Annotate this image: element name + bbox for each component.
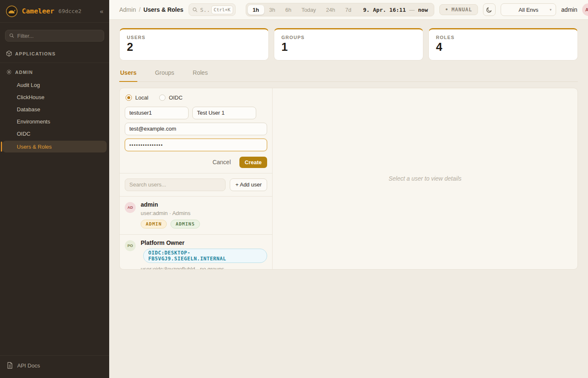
display-name-field[interactable] — [192, 107, 256, 119]
stats-row: USERS 2 GROUPS 1 ROLES 4 — [119, 28, 578, 60]
sidebar-item-users-roles[interactable]: Users & Roles — [3, 141, 107, 152]
time-to-value[interactable]: now — [415, 7, 432, 13]
stat-value: 1 — [281, 41, 416, 54]
breadcrumb-separator: / — [139, 6, 141, 13]
user-name: admin — [141, 201, 200, 208]
dark-mode-toggle[interactable] — [483, 3, 496, 16]
document-icon — [7, 362, 13, 369]
sidebar-filter-input[interactable] — [17, 33, 100, 39]
time-range-6h[interactable]: 6h — [280, 5, 296, 15]
sidebar-section-applications[interactable]: APPLICATIONS — [0, 47, 109, 60]
breadcrumb: Admin / Users & Roles — [119, 6, 184, 13]
stat-value: 4 — [436, 41, 570, 54]
stat-card-users: USERS 2 — [119, 28, 269, 60]
search-users-input[interactable] — [125, 178, 226, 191]
password-field[interactable] — [125, 139, 267, 151]
global-search-button[interactable]: S... Ctrl+K — [189, 3, 236, 16]
add-user-button[interactable]: + Add user — [230, 178, 267, 191]
form-actions: Cancel Create — [125, 157, 267, 168]
time-range-7d[interactable]: 7d — [340, 5, 356, 15]
email-field[interactable] — [125, 123, 267, 135]
search-icon — [192, 7, 198, 13]
stat-label: GROUPS — [281, 35, 416, 40]
sidebar: Cameleer 69dcce2 « APPLICATIONS ADMIN Au… — [0, 0, 109, 378]
radio-oidc[interactable]: OIDC — [159, 94, 183, 101]
environment-select-value: All Envs — [519, 7, 538, 13]
search-shortcut-kbd: Ctrl+K — [211, 5, 233, 14]
sidebar-item-audit-log[interactable]: Audit Log — [0, 79, 109, 91]
time-separator: — — [409, 7, 415, 13]
user-list-toolbar: + Add user — [120, 173, 272, 197]
topbar-right: • MANUAL All Envs ▾ admin AD — [439, 3, 588, 16]
breadcrumb-admin[interactable]: Admin — [119, 6, 136, 13]
sidebar-item-oidc[interactable]: OIDC — [0, 128, 109, 140]
badge-row: ADMIN ADMINS — [141, 220, 200, 228]
avatar: AD — [125, 202, 136, 213]
sidebar-section-admin[interactable]: ADMIN — [0, 65, 109, 79]
radio-unselected-icon[interactable] — [159, 94, 165, 101]
role-badge-admin: ADMIN — [141, 220, 167, 228]
main-area: Admin / Users & Roles S... Ctrl+K 1h 3h … — [109, 0, 588, 278]
time-range-3h[interactable]: 3h — [264, 5, 280, 15]
sidebar-divider — [0, 63, 109, 63]
email-row — [125, 123, 267, 135]
search-icon — [9, 33, 14, 38]
api-docs-label: API Docs — [17, 362, 40, 369]
user-row-platform-owner[interactable]: PO Platform Owner OIDC:DESKTOP-FB5VGJ9.S… — [120, 234, 272, 270]
group-badge-admins: ADMINS — [171, 220, 200, 228]
users-panel: Local OIDC — [119, 88, 578, 270]
radio-oidc-label: OIDC — [169, 94, 183, 101]
user-name: Platform Owner — [141, 239, 267, 246]
time-range-1h[interactable]: 1h — [248, 5, 264, 15]
api-docs-link[interactable]: API Docs — [0, 355, 109, 378]
status-dot: • — [445, 7, 449, 13]
user-row-admin[interactable]: AD admin user:admin · Admins ADMIN ADMIN… — [120, 197, 272, 234]
refresh-mode-label: MANUAL — [452, 7, 472, 13]
create-button[interactable]: Create — [239, 157, 267, 168]
time-range-selector: 1h 3h 6h Today 24h 7d 9. Apr. 16:11 — no… — [246, 3, 434, 16]
time-range-24h[interactable]: 24h — [321, 5, 340, 15]
name-fields-row — [125, 107, 257, 119]
package-icon — [6, 50, 12, 57]
time-range-today[interactable]: Today — [297, 5, 321, 15]
radio-local-label: Local — [135, 94, 148, 101]
stat-card-roles: ROLES 4 — [428, 28, 578, 60]
refresh-mode-badge[interactable]: • MANUAL — [439, 4, 478, 15]
user-list: AD admin user:admin · Admins ADMIN ADMIN… — [120, 197, 272, 270]
stat-card-groups: GROUPS 1 — [274, 28, 423, 60]
user-avatar[interactable]: AD — [582, 3, 588, 16]
stat-label: USERS — [127, 35, 261, 40]
user-type-radio-group: Local OIDC — [126, 94, 267, 101]
password-row — [125, 139, 267, 151]
current-username: admin — [561, 6, 577, 13]
user-meta: user:admin · Admins — [141, 210, 200, 216]
sidebar-header: Cameleer 69dcce2 « — [0, 0, 109, 23]
tab-users[interactable]: Users — [119, 69, 137, 82]
user-detail-pane: Select a user to view details — [273, 88, 578, 269]
tab-roles[interactable]: Roles — [192, 69, 209, 82]
tab-groups[interactable]: Groups — [154, 69, 175, 82]
avatar: PO — [125, 240, 136, 251]
stat-label: ROLES — [436, 35, 570, 40]
sidebar-filter[interactable] — [5, 30, 104, 42]
time-from-value[interactable]: 9. Apr. 16:11 — [357, 7, 410, 13]
cancel-button[interactable]: Cancel — [213, 159, 231, 165]
radio-local[interactable]: Local — [126, 94, 148, 101]
sidebar-item-database[interactable]: Database — [0, 103, 109, 116]
sidebar-collapse-icon[interactable]: « — [100, 8, 103, 14]
username-field[interactable] — [125, 107, 189, 119]
app-version: 69dcce2 — [58, 8, 81, 14]
environment-select[interactable]: All Envs ▾ — [501, 3, 556, 16]
sidebar-item-environments[interactable]: Environments — [0, 116, 109, 128]
oidc-provider-badge: OIDC:DESKTOP-FB5VGJ9.SIEGELN.INTERNAL — [143, 249, 267, 263]
global-search-text: S... — [200, 7, 209, 13]
sidebar-item-clickhouse[interactable]: ClickHouse — [0, 91, 109, 103]
radio-selected-icon[interactable] — [126, 94, 132, 101]
section-label: ADMIN — [15, 70, 33, 75]
gear-icon — [6, 69, 12, 75]
breadcrumb-current: Users & Roles — [144, 6, 184, 13]
moon-icon — [486, 6, 493, 13]
app-title: Cameleer — [22, 7, 54, 15]
stat-value: 2 — [127, 41, 261, 54]
page-content: USERS 2 GROUPS 1 ROLES 4 Users Groups Ro… — [109, 20, 588, 278]
